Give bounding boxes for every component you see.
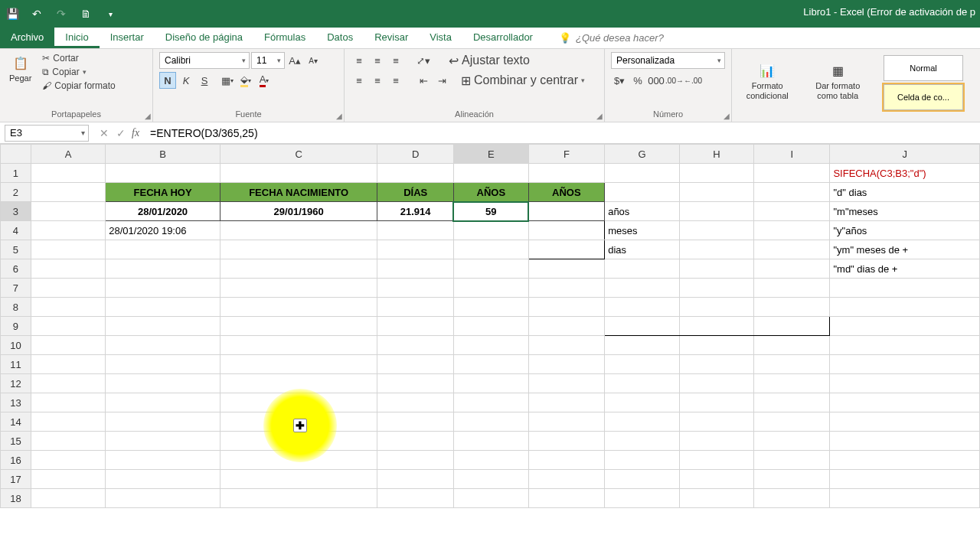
tab-revisar[interactable]: Revisar [364, 28, 419, 48]
cell-G2[interactable] [605, 183, 680, 202]
row-header-9[interactable]: 9 [1, 317, 31, 336]
grow-font-icon[interactable]: A▴ [286, 52, 303, 69]
cell-G17[interactable] [605, 470, 680, 489]
cell-C10[interactable] [220, 336, 377, 355]
cell-A16[interactable] [31, 451, 105, 470]
cell-J4[interactable]: "y"años [830, 221, 980, 240]
save-icon[interactable]: 💾 [5, 6, 20, 21]
cell-C5[interactable] [220, 240, 377, 259]
cell-A3[interactable] [31, 202, 105, 221]
cell-E8[interactable] [453, 298, 528, 317]
align-center-icon[interactable]: ≡ [369, 72, 386, 89]
underline-button[interactable]: S [196, 72, 213, 89]
cell-E18[interactable] [453, 489, 528, 508]
decrease-indent-icon[interactable]: ⇤ [415, 72, 432, 89]
number-launcher-icon[interactable]: ◢ [724, 112, 730, 120]
cell-F6[interactable] [528, 259, 605, 279]
cell-J1[interactable]: SIFECHA(C3;B3;"d") [830, 164, 980, 183]
cell-F4[interactable] [528, 221, 605, 240]
cell-J5[interactable]: "ym" meses de + [830, 240, 980, 259]
cell-A5[interactable] [31, 240, 105, 259]
cell-F3[interactable] [528, 202, 605, 221]
cell-E2[interactable]: AÑOS [453, 183, 528, 202]
row-header-13[interactable]: 13 [1, 393, 31, 412]
cell-H9[interactable] [679, 317, 753, 336]
cell-D16[interactable] [377, 451, 454, 470]
cell-J11[interactable] [830, 355, 980, 374]
cut-button[interactable]: ✂Cortar [39, 52, 118, 64]
cell-E10[interactable] [453, 336, 528, 355]
cell-F17[interactable] [528, 470, 605, 489]
paste-button[interactable]: 📋 Pegar [6, 52, 34, 84]
cell-F7[interactable] [528, 279, 605, 298]
cell-G10[interactable] [605, 336, 680, 355]
cell-H10[interactable] [679, 336, 753, 355]
cell-E13[interactable] [453, 393, 528, 412]
cell-F9[interactable] [528, 317, 605, 336]
cell-D6[interactable] [377, 259, 454, 279]
cell-E12[interactable] [453, 374, 528, 393]
col-header-H[interactable]: H [679, 145, 753, 164]
col-header-G[interactable]: G [605, 145, 680, 164]
cell-G8[interactable] [605, 298, 680, 317]
cell-I6[interactable] [754, 259, 830, 279]
row-header-5[interactable]: 5 [1, 240, 31, 259]
qat-customize-icon[interactable]: ▾ [103, 6, 118, 21]
cell-G4[interactable]: meses [605, 221, 680, 240]
cell-B3[interactable]: 28/01/2020 [106, 202, 220, 221]
row-header-1[interactable]: 1 [1, 164, 31, 183]
cell-B5[interactable] [106, 240, 220, 259]
cell-D15[interactable] [377, 432, 454, 451]
cell-B16[interactable] [106, 451, 220, 470]
tab-desarrollador[interactable]: Desarrollador [462, 28, 544, 48]
cell-G3[interactable]: años [605, 202, 680, 221]
row-header-2[interactable]: 2 [1, 183, 31, 202]
cell-C12[interactable] [220, 374, 377, 393]
cell-I13[interactable] [754, 393, 830, 412]
cell-E16[interactable] [453, 451, 528, 470]
cell-B4[interactable]: 28/01/2020 19:06 [106, 221, 220, 240]
cell-E6[interactable] [453, 259, 528, 279]
cell-C14[interactable] [220, 412, 377, 432]
cell-E11[interactable] [453, 355, 528, 374]
cell-B11[interactable] [106, 355, 220, 374]
cell-C16[interactable] [220, 451, 377, 470]
orientation-icon[interactable]: ⤢▾ [415, 52, 432, 69]
tab-formulas[interactable]: Fórmulas [253, 28, 316, 48]
row-header-4[interactable]: 4 [1, 221, 31, 240]
tab-inicio[interactable]: Inicio [54, 28, 99, 48]
cell-J12[interactable] [830, 374, 980, 393]
cell-F15[interactable] [528, 432, 605, 451]
cell-C6[interactable] [220, 259, 377, 279]
cell-E15[interactable] [453, 432, 528, 451]
cell-D11[interactable] [377, 355, 454, 374]
cell-F11[interactable] [528, 355, 605, 374]
cell-I5[interactable] [754, 240, 830, 259]
cell-H17[interactable] [679, 470, 753, 489]
cancel-formula-icon[interactable]: ✕ [100, 127, 109, 139]
cell-J17[interactable] [830, 470, 980, 489]
cell-B15[interactable] [106, 432, 220, 451]
cell-I17[interactable] [754, 470, 830, 489]
cell-C3[interactable]: 29/01/1960 [220, 202, 377, 221]
cell-A2[interactable] [31, 183, 105, 202]
cell-H12[interactable] [679, 374, 753, 393]
cell-G14[interactable] [605, 412, 680, 432]
row-header-7[interactable]: 7 [1, 279, 31, 298]
cell-D13[interactable] [377, 393, 454, 412]
cell-J6[interactable]: "md" dias de + [830, 259, 980, 279]
cell-I12[interactable] [754, 374, 830, 393]
cell-D8[interactable] [377, 298, 454, 317]
cell-F8[interactable] [528, 298, 605, 317]
col-header-F[interactable]: F [528, 145, 605, 164]
cell-G1[interactable] [605, 164, 680, 183]
cell-C7[interactable] [220, 279, 377, 298]
font-color-button[interactable]: A▾ [256, 72, 273, 89]
cell-I11[interactable] [754, 355, 830, 374]
fx-icon[interactable]: fx [132, 127, 145, 139]
cell-F16[interactable] [528, 451, 605, 470]
fill-color-button[interactable]: ⬙▾ [237, 72, 254, 89]
format-table-button[interactable]: ▦ Dar formato como tabla [805, 60, 871, 101]
cell-C4[interactable] [220, 221, 377, 240]
row-header-12[interactable]: 12 [1, 374, 31, 393]
